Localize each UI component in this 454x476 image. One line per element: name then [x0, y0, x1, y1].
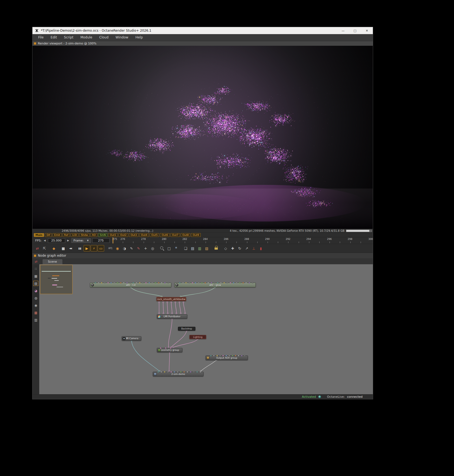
- node-pin[interactable]: [98, 282, 99, 283]
- film-region-pen-button[interactable]: ✎: [135, 245, 142, 252]
- menu-file[interactable]: File: [35, 34, 47, 41]
- node-pin[interactable]: [205, 282, 206, 283]
- rail-grid-icon[interactable]: ▦: [34, 274, 38, 278]
- node-pin[interactable]: [214, 282, 215, 283]
- pause-render-button[interactable]: ▮▮: [77, 245, 83, 252]
- node-pin[interactable]: [196, 371, 198, 373]
- restart-render-button[interactable]: ◀◀: [67, 245, 74, 252]
- node-pin[interactable]: [139, 282, 140, 283]
- node-pin[interactable]: [152, 282, 153, 283]
- menu-help[interactable]: Help: [132, 34, 146, 41]
- fps-increase-button[interactable]: ▶: [67, 239, 70, 242]
- node-pin[interactable]: [220, 282, 222, 283]
- node-pin[interactable]: [217, 282, 218, 283]
- node-pin[interactable]: [208, 282, 209, 283]
- node-pin[interactable]: [238, 355, 239, 356]
- stop-render-button[interactable]: ■: [60, 245, 67, 252]
- compare-ab-button[interactable]: ⇄: [34, 245, 41, 252]
- node-pin[interactable]: [104, 282, 106, 283]
- node-pin[interactable]: [155, 282, 156, 283]
- node-pin[interactable]: [223, 282, 225, 283]
- dock-icon[interactable]: [34, 255, 36, 257]
- maximize-button[interactable]: □: [349, 27, 361, 34]
- node-pin[interactable]: [226, 282, 228, 283]
- pass-ao[interactable]: AO: [90, 233, 97, 237]
- pass-out1[interactable]: Out1: [108, 233, 118, 237]
- pass-out9[interactable]: Out9: [191, 233, 200, 237]
- node-pin[interactable]: [195, 282, 196, 283]
- node-pin[interactable]: [142, 282, 143, 283]
- node-pin[interactable]: [241, 355, 242, 356]
- node-pin[interactable]: [200, 371, 201, 373]
- node-pin[interactable]: [233, 282, 234, 283]
- graph-canvas[interactable]: attr - Cd attr - glow rock_smooth_ukhkbe…: [39, 264, 373, 394]
- render-canvas[interactable]: [32, 46, 373, 229]
- node-pin[interactable]: [167, 282, 169, 283]
- node-pin[interactable]: [232, 355, 233, 356]
- menu-window[interactable]: Window: [112, 34, 132, 41]
- tab-scene[interactable]: Scene: [42, 259, 63, 264]
- node-pin[interactable]: [185, 282, 187, 283]
- node-pin[interactable]: [187, 371, 188, 373]
- clipboard-image-button[interactable]: ▤: [189, 245, 196, 252]
- rail-palette-icon[interactable]: ◕: [34, 288, 38, 293]
- pass-out3[interactable]: Out3: [129, 233, 139, 237]
- node-pin[interactable]: [158, 282, 159, 283]
- rail-texture-icon[interactable]: ▥: [34, 318, 38, 322]
- menu-edit[interactable]: Edit: [47, 34, 60, 41]
- fit-view-button[interactable]: ⇱: [41, 245, 48, 252]
- node-pin[interactable]: [110, 282, 112, 283]
- node-pin[interactable]: [219, 355, 221, 356]
- node-pin[interactable]: [193, 371, 195, 373]
- pass-out5[interactable]: Out5: [150, 233, 159, 237]
- node-pin[interactable]: [114, 282, 115, 283]
- menu-script[interactable]: Script: [60, 34, 77, 41]
- node-pin[interactable]: [216, 355, 218, 356]
- node-pin[interactable]: [167, 371, 169, 373]
- close-button[interactable]: ✕: [361, 27, 373, 34]
- node-pin[interactable]: [164, 282, 166, 283]
- graph-minimap[interactable]: [40, 265, 73, 294]
- node-pin[interactable]: [164, 371, 165, 373]
- node-rock-smooth[interactable]: rock_smooth_ukhkbediw: [156, 297, 186, 301]
- pass-shdw[interactable]: Shdw: [79, 233, 90, 237]
- dock-icon[interactable]: [34, 42, 36, 45]
- node-backdrop[interactable]: Backdrop: [178, 327, 195, 331]
- node-pin[interactable]: [226, 355, 227, 356]
- node-pin[interactable]: [183, 371, 185, 373]
- node-pin[interactable]: [123, 282, 124, 283]
- node-pin[interactable]: [210, 355, 212, 356]
- node-attr-glow[interactable]: attr - glow: [175, 283, 256, 287]
- node-pin[interactable]: [180, 371, 182, 373]
- node-pin[interactable]: [213, 355, 215, 356]
- node-lmi-pointbaker[interactable]: LMI Pointbaker: [157, 314, 187, 319]
- node-pin[interactable]: [201, 282, 203, 283]
- node-pin[interactable]: [133, 282, 134, 283]
- node-pin[interactable]: [236, 282, 237, 283]
- node-pin[interactable]: [211, 282, 212, 283]
- node-pin[interactable]: [249, 282, 250, 283]
- node-pin[interactable]: [245, 282, 247, 283]
- rail-nodes-icon[interactable]: ∷: [34, 266, 38, 271]
- node-pin[interactable]: [145, 282, 147, 283]
- zoom-camera-button[interactable]: ↗: [244, 245, 250, 252]
- move-camera-button[interactable]: ✚: [229, 245, 236, 252]
- orientation-cube-button[interactable]: ◇: [222, 245, 229, 252]
- minimize-button[interactable]: —: [337, 27, 349, 34]
- pass-main[interactable]: Main: [34, 233, 44, 237]
- node-pin[interactable]: [174, 371, 175, 373]
- export-image-button[interactable]: ▧: [203, 245, 210, 252]
- zoom-tool-button[interactable]: [159, 245, 165, 252]
- pass-out8[interactable]: Out8: [181, 233, 190, 237]
- node-pin[interactable]: [101, 282, 102, 283]
- node-pin[interactable]: [136, 282, 137, 283]
- rail-list-icon[interactable]: ▤: [34, 281, 38, 286]
- node-pin[interactable]: [235, 355, 236, 356]
- pass-dif[interactable]: Dif: [45, 233, 52, 237]
- menu-module[interactable]: Module: [77, 34, 96, 41]
- graph-sync-icon[interactable]: ⇄: [34, 259, 38, 264]
- node-lmi-camera[interactable]: LMI Camera: [122, 336, 141, 341]
- play-render-button[interactable]: ▶: [84, 245, 90, 252]
- rail-material-icon[interactable]: ▩: [34, 310, 38, 315]
- node-pin[interactable]: [198, 282, 199, 283]
